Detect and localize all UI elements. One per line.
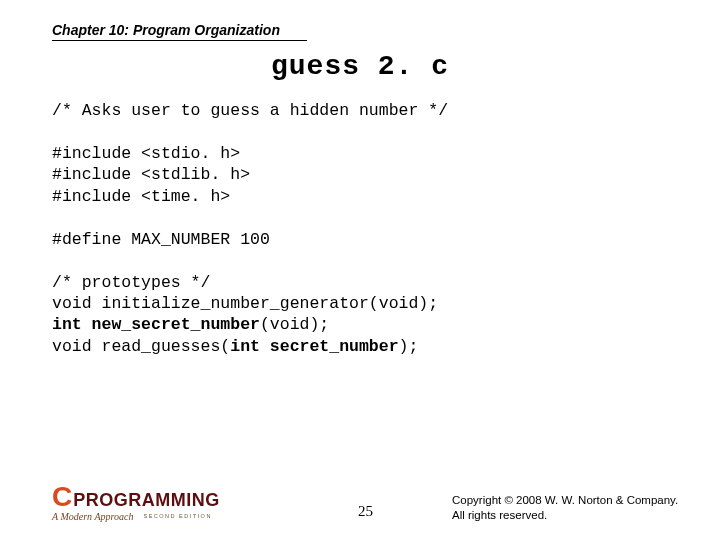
copyright-line1: Copyright © 2008 W. W. Norton & Company. (452, 494, 678, 506)
slide: Chapter 10: Program Organization guess 2… (0, 0, 720, 540)
divider (52, 40, 307, 41)
code-line: void initialize_number_generator(void); (52, 294, 438, 313)
logo-title: C PROGRAMMING (52, 483, 220, 511)
page-number: 25 (358, 503, 373, 520)
code-line: #define MAX_NUMBER 100 (52, 230, 270, 249)
code-line: #include <time. h> (52, 187, 230, 206)
code-line: /* prototypes */ (52, 273, 210, 292)
logo-edition: SECOND EDITION (143, 514, 211, 520)
code-line: #include <stdlib. h> (52, 165, 250, 184)
code-line: #include <stdio. h> (52, 144, 240, 163)
footer: C PROGRAMMING A Modern Approach SECOND E… (52, 483, 690, 522)
logo-c: C (52, 483, 71, 511)
code-bold: int new_secret_number (52, 315, 260, 334)
code-block: /* Asks user to guess a hidden number */… (52, 100, 668, 357)
logo-programming: PROGRAMMING (73, 491, 220, 509)
code-bold: int secret_number (230, 337, 398, 356)
copyright-line2: All rights reserved. (452, 509, 547, 521)
chapter-heading: Chapter 10: Program Organization (52, 22, 668, 38)
slide-title: guess 2. c (52, 51, 668, 82)
code-line: /* Asks user to guess a hidden number */ (52, 101, 448, 120)
logo-modern-approach: A Modern Approach (52, 512, 133, 522)
copyright: Copyright © 2008 W. W. Norton & Company.… (452, 493, 678, 522)
code-line: ); (399, 337, 419, 356)
code-line: void read_guesses( (52, 337, 230, 356)
logo-subtitle: A Modern Approach SECOND EDITION (52, 512, 220, 522)
book-logo: C PROGRAMMING A Modern Approach SECOND E… (52, 483, 220, 522)
code-line: (void); (260, 315, 329, 334)
